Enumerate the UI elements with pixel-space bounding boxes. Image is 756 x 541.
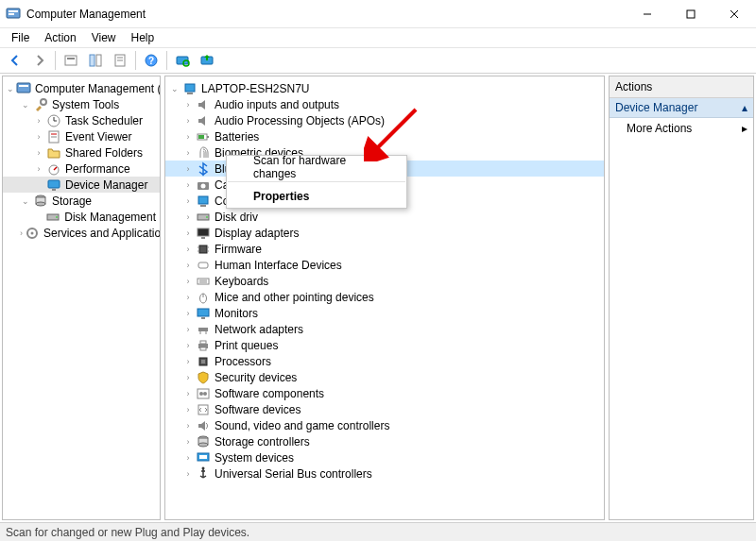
expand-icon[interactable]: › <box>182 131 194 143</box>
expand-icon[interactable]: › <box>182 452 194 464</box>
expand-icon[interactable]: › <box>182 404 194 415</box>
device-category[interactable]: ›Disk driv <box>165 209 604 225</box>
maximize-button[interactable] <box>669 0 713 28</box>
device-label: Sound, video and game controllers <box>215 419 389 432</box>
svg-rect-10 <box>96 55 101 66</box>
device-category[interactable]: ›Audio inputs and outputs <box>165 96 604 112</box>
expand-icon[interactable]: ⌄ <box>169 83 180 94</box>
show-hide-button[interactable] <box>84 49 107 72</box>
tree-item[interactable]: ›Performance <box>3 161 160 177</box>
close-button[interactable] <box>713 0 756 28</box>
device-tree[interactable]: ⌄LAPTOP-ESH2SN7U›Audio inputs and output… <box>165 76 604 485</box>
svg-rect-57 <box>198 262 208 268</box>
console-tree-pane[interactable]: ⌄Computer Management (Local)⌄System Tool… <box>2 76 161 520</box>
actions-more[interactable]: More Actions ▸ <box>610 118 753 139</box>
expand-icon[interactable]: › <box>182 115 194 127</box>
svg-rect-7 <box>65 56 77 65</box>
device-category[interactable]: ›Processors <box>165 353 604 369</box>
expand-icon[interactable]: › <box>182 195 194 207</box>
tree-item[interactable]: ⌄System Tools <box>3 96 160 112</box>
context-scan-hardware[interactable]: Scan for hardware changes <box>227 156 406 178</box>
expand-icon[interactable]: › <box>33 147 44 159</box>
expand-icon[interactable]: › <box>182 292 194 303</box>
device-tree-pane[interactable]: ⌄LAPTOP-ESH2SN7U›Audio inputs and output… <box>164 76 605 520</box>
expand-icon[interactable]: › <box>182 436 194 448</box>
expand-icon[interactable]: ⌄ <box>20 99 31 110</box>
expand-icon[interactable]: › <box>182 388 194 399</box>
forward-button[interactable] <box>28 49 51 72</box>
tree-item[interactable]: ›Services and Applications <box>3 225 160 241</box>
expand-icon[interactable]: › <box>182 179 194 191</box>
expand-icon[interactable]: › <box>182 228 194 239</box>
tree-item[interactable]: Disk Management <box>3 209 160 225</box>
expand-icon[interactable]: › <box>182 372 194 383</box>
device-category[interactable]: ›Storage controllers <box>165 433 604 449</box>
device-category[interactable]: ›Print queues <box>165 337 604 353</box>
help-button[interactable]: ? <box>140 49 163 72</box>
device-category[interactable]: ›Software devices <box>165 401 604 417</box>
add-legacy-button[interactable] <box>196 49 218 72</box>
expand-icon[interactable]: › <box>182 163 194 175</box>
device-category[interactable]: ›Keyboards <box>165 273 604 289</box>
device-category[interactable]: ›Batteries <box>165 128 604 144</box>
device-category[interactable]: ›Network adapters <box>165 321 604 337</box>
tree-label: System Tools <box>52 98 119 111</box>
expand-icon[interactable]: › <box>182 147 194 159</box>
svg-rect-30 <box>48 180 60 188</box>
device-category[interactable]: ›Software components <box>165 385 604 401</box>
tree-root[interactable]: ⌄Computer Management (Local) <box>3 80 160 96</box>
up-button[interactable] <box>60 49 82 72</box>
properties-button[interactable] <box>109 49 131 72</box>
back-button[interactable] <box>4 49 26 72</box>
expand-icon[interactable]: › <box>182 356 194 367</box>
expand-icon[interactable]: › <box>182 276 194 287</box>
expand-icon[interactable]: › <box>182 340 194 351</box>
tree-item[interactable]: ›Task Scheduler <box>3 112 160 128</box>
pc-icon <box>196 194 211 209</box>
pc-icon <box>182 81 198 96</box>
gauge-icon <box>46 161 61 177</box>
tree-item[interactable]: Device Manager <box>3 177 160 193</box>
menu-view[interactable]: View <box>84 31 124 44</box>
menu-file[interactable]: File <box>4 31 37 44</box>
device-label: Mice and other pointing devices <box>215 291 374 304</box>
device-category[interactable]: ›Mice and other pointing devices <box>165 289 604 305</box>
battery-icon <box>196 129 211 144</box>
finger-icon <box>196 145 211 161</box>
actions-subheader[interactable]: Device Manager ▴ <box>610 98 753 118</box>
expand-icon[interactable]: › <box>20 228 23 239</box>
console-tree[interactable]: ⌄Computer Management (Local)⌄System Tool… <box>3 76 160 245</box>
scan-hardware-button[interactable] <box>171 49 194 72</box>
expand-icon[interactable]: › <box>33 131 44 143</box>
svg-rect-39 <box>185 84 195 92</box>
device-category[interactable]: ›Human Interface Devices <box>165 257 604 273</box>
menu-help[interactable]: Help <box>124 31 163 44</box>
expand-icon[interactable]: › <box>182 211 194 223</box>
expand-icon[interactable]: › <box>33 115 44 127</box>
device-category[interactable]: ›System devices <box>165 449 604 465</box>
tree-item[interactable]: ›Shared Folders <box>3 144 160 161</box>
tree-item[interactable]: ⌄Storage <box>3 193 160 209</box>
minimize-button[interactable] <box>626 0 669 28</box>
device-root[interactable]: ⌄LAPTOP-ESH2SN7U <box>165 80 604 96</box>
expand-icon[interactable]: › <box>182 468 194 480</box>
device-category[interactable]: ›Audio Processing Objects (APOs) <box>165 112 604 128</box>
device-category[interactable]: ›Monitors <box>165 305 604 321</box>
device-category[interactable]: ›Universal Serial Bus controllers <box>165 465 604 482</box>
expand-icon[interactable]: › <box>182 324 194 335</box>
tree-item[interactable]: ›Event Viewer <box>3 128 160 144</box>
expand-icon[interactable]: ⌄ <box>20 195 31 207</box>
device-category[interactable]: ›Security devices <box>165 369 604 385</box>
device-category[interactable]: ›Sound, video and game controllers <box>165 417 604 433</box>
expand-icon[interactable]: ⌄ <box>7 83 14 94</box>
expand-icon[interactable]: › <box>182 308 194 319</box>
expand-icon[interactable]: › <box>33 163 44 175</box>
context-properties[interactable]: Properties <box>227 185 406 208</box>
expand-icon[interactable]: › <box>182 99 194 110</box>
menu-action[interactable]: Action <box>37 31 83 44</box>
device-category[interactable]: ›Firmware <box>165 241 604 257</box>
expand-icon[interactable]: › <box>182 244 194 255</box>
expand-icon[interactable]: › <box>182 260 194 271</box>
device-category[interactable]: ›Display adapters <box>165 225 604 241</box>
expand-icon[interactable]: › <box>182 420 194 431</box>
